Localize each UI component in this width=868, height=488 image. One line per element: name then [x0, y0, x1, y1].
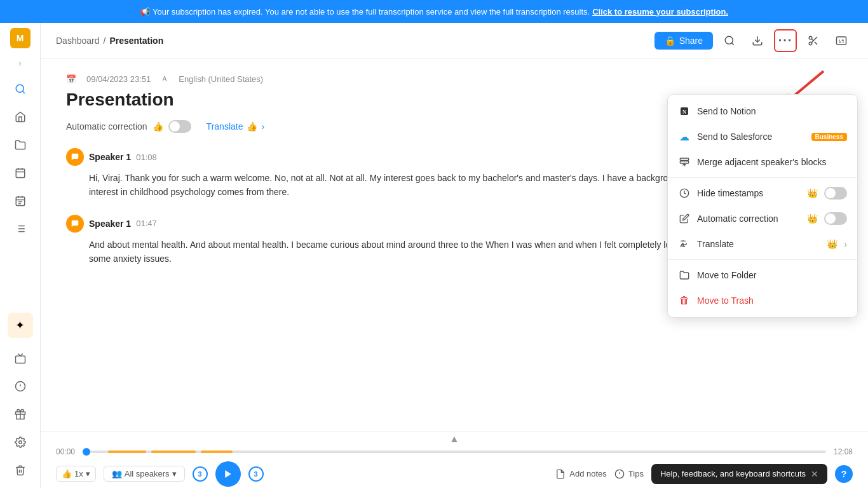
help-toast-close[interactable]: ✕	[811, 469, 818, 479]
clock-icon	[678, 187, 691, 200]
speaker-icon: 👥	[112, 469, 122, 478]
menu-label-send-notion: Send to Notion	[697, 106, 847, 116]
svg-line-24	[731, 43, 733, 44]
user-avatar[interactable]: M	[10, 28, 31, 48]
add-notes-button[interactable]: Add notes	[555, 469, 607, 479]
speaker-select[interactable]: 👥 All speakers ▾	[104, 466, 185, 482]
sidebar-item-calendar[interactable]	[8, 160, 33, 186]
time-end: 12:08	[834, 447, 853, 456]
sidebar-toggle-btn[interactable]: ›	[13, 56, 28, 71]
tips-label: Tips	[628, 469, 644, 478]
auto-correction-label: Automatic correction	[66, 121, 147, 132]
menu-item-hide-timestamps[interactable]: Hide timestamps 👑	[668, 180, 857, 206]
lock-icon: 🔒	[665, 36, 675, 46]
menu-item-move-trash[interactable]: 🗑 Move to Trash	[668, 288, 857, 313]
menu-item-send-salesforce[interactable]: ☁ Send to Salesforce Business	[668, 124, 857, 149]
share-button[interactable]: 🔒 Share	[654, 32, 713, 50]
auto-correction-toggle-menu[interactable]	[824, 212, 847, 225]
sidebar-item-gift[interactable]	[8, 402, 33, 427]
menu-label-move-trash: Move to Trash	[697, 295, 847, 306]
speaker-time-1: 01:47	[136, 219, 157, 228]
progress-track[interactable]	[83, 451, 826, 453]
sidebar-item-list[interactable]	[8, 216, 33, 241]
breadcrumb-current: Presentation	[109, 36, 163, 46]
tips-button[interactable]: Tips	[614, 469, 644, 479]
merge-icon	[678, 156, 691, 168]
svg-marker-39	[225, 470, 231, 478]
translate-label: Translate	[207, 121, 243, 132]
folder-icon	[678, 269, 691, 281]
ai-star-button[interactable]: ✦	[8, 313, 33, 338]
translate-chevron: ›	[261, 121, 264, 132]
svg-point-0	[16, 85, 24, 92]
document-meta: 📅 09/04/2023 23:51 Ａ English (United Sta…	[66, 74, 843, 85]
svg-rect-16	[15, 356, 25, 363]
translate-pro-icon-menu: 👑	[827, 239, 837, 249]
svg-point-27	[809, 42, 812, 45]
speaker-name-0: Speaker 1	[89, 152, 131, 162]
menu-item-translate[interactable]: Translate 👑 ›	[668, 231, 857, 257]
search-header-button[interactable]	[718, 29, 741, 52]
calendar-icon: 📅	[66, 74, 76, 84]
hide-timestamps-pro-icon: 👑	[807, 188, 818, 198]
menu-divider-2	[668, 259, 857, 260]
svg-rect-2	[16, 169, 25, 178]
document-language: English (United States)	[179, 74, 263, 84]
player-controls: 👍 1x ▾ 👥 All speakers ▾ 3 3 Add notes	[56, 461, 853, 487]
svg-point-23	[725, 36, 733, 44]
dropdown-menu: N Send to Notion ☁ Send to Salesforce Bu…	[667, 94, 858, 318]
hide-timestamps-toggle[interactable]	[824, 187, 847, 200]
badge-left[interactable]: 3	[193, 466, 208, 482]
help-toast-text: Help, feedback, and keyboard shortcuts	[660, 469, 806, 478]
sidebar-item-trash[interactable]	[8, 458, 33, 483]
svg-rect-35	[680, 161, 688, 163]
auto-correction-toggle[interactable]	[168, 120, 191, 133]
speaker-label: All speakers	[125, 469, 170, 478]
sidebar-item-calendar-alt[interactable]	[8, 188, 33, 214]
add-notes-label: Add notes	[569, 469, 607, 478]
speaker-avatar-1	[66, 215, 84, 233]
player-bar: ▲ 00:00 12:08 👍 1x ▾	[41, 431, 868, 488]
help-button[interactable]: ?	[835, 465, 853, 483]
svg-line-1	[22, 91, 24, 93]
sidebar: M › ✦	[0, 23, 41, 488]
breadcrumb-parent[interactable]: Dashboard	[56, 36, 100, 46]
menu-item-merge-blocks[interactable]: Merge adjacent speaker's blocks	[668, 149, 857, 175]
resume-subscription-link[interactable]: Click to resume your subscription.	[592, 7, 728, 17]
speaker-avatar-0	[66, 148, 84, 166]
sidebar-item-search[interactable]	[8, 76, 33, 102]
speaker-time-0: 01:08	[136, 152, 157, 162]
menu-item-move-folder[interactable]: Move to Folder	[668, 262, 857, 288]
subtitles-button[interactable]	[830, 29, 853, 52]
help-toast: Help, feedback, and keyboard shortcuts ✕	[651, 464, 827, 484]
scissors-button[interactable]	[802, 29, 825, 52]
segment-2	[151, 451, 196, 453]
menu-item-send-notion[interactable]: N Send to Notion	[668, 98, 857, 124]
sidebar-item-settings[interactable]	[8, 430, 33, 455]
badge-right[interactable]: 3	[248, 466, 264, 482]
sidebar-item-subtitles[interactable]	[8, 346, 33, 371]
auto-correction-control: Automatic correction 👍	[66, 120, 191, 133]
page-header: Dashboard / Presentation 🔒 Share ···	[41, 23, 868, 58]
svg-text:N: N	[682, 109, 686, 115]
translate-control[interactable]: Translate 👍 ›	[207, 121, 265, 132]
play-button[interactable]	[215, 461, 241, 487]
sidebar-item-location[interactable]	[8, 374, 33, 399]
download-button[interactable]	[746, 29, 769, 52]
header-actions: 🔒 Share ···	[654, 29, 853, 52]
more-options-button[interactable]: ···	[774, 29, 797, 52]
speed-button[interactable]: 👍 1x ▾	[56, 466, 96, 482]
sidebar-item-home[interactable]	[8, 104, 33, 130]
megaphone-icon: 📢	[140, 7, 150, 17]
auto-correction-pro-icon-menu: 👑	[807, 214, 818, 224]
menu-label-merge-blocks: Merge adjacent speaker's blocks	[697, 157, 847, 167]
translate-pro-icon: 👍	[247, 121, 257, 132]
menu-item-auto-correction[interactable]: Automatic correction 👑	[668, 206, 857, 231]
salesforce-icon: ☁	[678, 130, 691, 143]
sidebar-item-folder[interactable]	[8, 132, 33, 158]
menu-label-send-salesforce: Send to Salesforce	[697, 132, 805, 142]
speed-icon: 👍	[62, 469, 72, 478]
segment-1	[108, 451, 146, 453]
collapse-icon[interactable]: ▲	[449, 433, 459, 444]
pencil-icon	[678, 212, 691, 225]
